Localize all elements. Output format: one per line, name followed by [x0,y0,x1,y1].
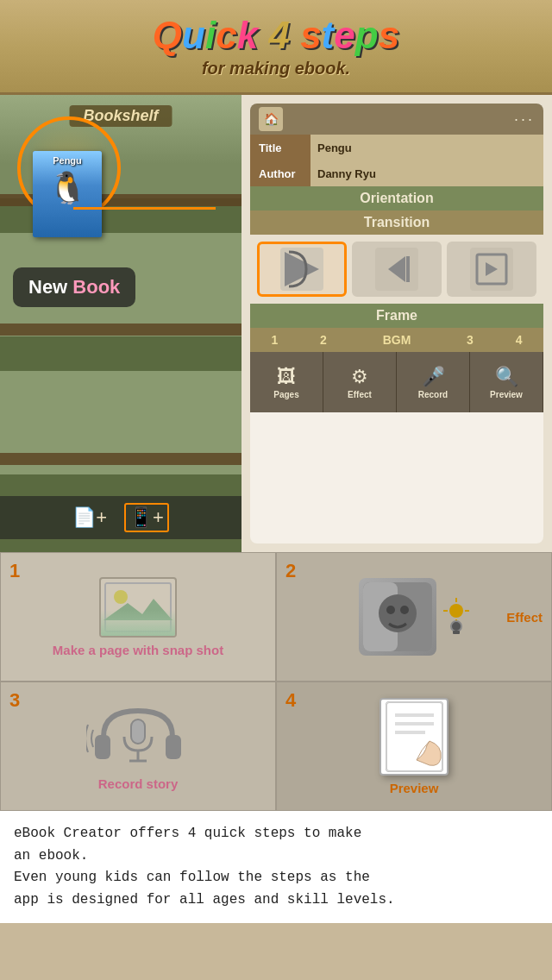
transition-option-3[interactable] [447,242,536,297]
svg-point-15 [400,606,409,614]
svg-point-21 [451,621,461,631]
bgm-row: 1 2 BGM 3 4 [250,328,543,352]
bgm-num-3: 3 [446,328,495,352]
step-3-label: Record story [98,776,179,791]
author-value: Danny Ryu [310,167,383,180]
add-page-icon: 📄+ [72,506,107,529]
pages-label: Pages [273,390,298,399]
phone-screen: 🏠 ··· Title Pengu Author Danny Ryu Orien… [250,104,543,543]
bottom-text-section: eBook Creator offers 4 quick steps to ma… [0,811,552,923]
penguin-icon: 🐧 [48,170,87,206]
bgm-label: BGM [348,328,445,352]
step-2-cell: 2 [276,552,552,682]
svg-rect-7 [104,581,172,633]
subtitle: for making ebook. [202,59,350,79]
left-phone: Bookshelf Pengu 🐧 New Book 📄+ 📱+ [0,95,242,552]
bottom-line-3: Even young kids can follow the steps as … [14,870,370,885]
record-icon: 🎤 [422,366,445,388]
record-label: Record [418,390,448,399]
home-button[interactable]: 🏠 [259,107,283,131]
transition-label: Transition [364,215,430,230]
book-word: Book [72,276,120,298]
bottom-tabs: 🖼 Pages ⚙ Effect 🎤 Record 🔍 Preview [250,352,543,412]
frame-label: Frame [376,308,417,324]
top-banner: Quick 4 steps for making ebook. [0,0,552,95]
sun-icon [443,594,469,640]
step-2-number: 2 [285,560,296,582]
tab-preview[interactable]: 🔍 Preview [470,352,543,412]
tab-pages[interactable]: 🖼 Pages [250,352,323,412]
main-title: Quick 4 steps [153,14,399,57]
step-1-icon [99,577,177,638]
bgm-num-2: 2 [299,328,348,352]
author-label: Author [250,160,310,186]
step-3-number: 3 [9,689,20,712]
title-value: Pengu [310,141,359,154]
bgm-num-1: 1 [250,328,299,352]
step-3-icon [86,702,190,771]
transition-section: Transition [250,210,543,235]
bottom-line-4: app is designed for all ages and skill l… [14,892,395,908]
tab-effect[interactable]: ⚙ Effect [323,352,397,412]
bgm-num-4: 4 [494,328,543,352]
transition-options [250,235,543,304]
book-cover: Pengu 🐧 [33,151,102,237]
effect-side-label: Effect [506,610,543,625]
step-4-label: Preview [390,781,439,795]
svg-rect-23 [95,735,110,759]
new-word: New [28,276,72,298]
transition-option-2[interactable] [352,242,442,297]
svg-rect-25 [131,719,145,744]
step-1-number: 1 [9,560,20,582]
step-3-cell: 3 Record story [0,682,276,811]
effect-label: Effect [348,390,372,399]
title-label: Title [250,135,310,160]
svg-point-9 [114,590,128,604]
transition-option-1[interactable] [257,242,347,297]
orientation-label: Orientation [360,191,433,206]
bottom-line-2: an ebook. [14,848,88,864]
preview-label: Preview [490,390,523,399]
dots-menu[interactable]: ··· [514,110,535,129]
step-1-label: Make a page with snap shot [53,643,223,657]
step-2-content [359,578,469,656]
orientation-section: Orientation [250,186,543,210]
step-4-number: 4 [285,689,296,712]
step-4-cell: 4 Preview [276,682,552,811]
tab-record[interactable]: 🎤 Record [397,352,470,412]
author-row: Author Danny Ryu [250,160,543,186]
effect-icon: ⚙ [351,366,368,388]
frame-section: Frame [250,304,543,328]
book-title: Pengu [53,155,82,166]
title-row: Title Pengu [250,135,543,160]
svg-point-14 [386,606,395,614]
pages-icon: 🖼 [277,366,296,388]
bottom-description: eBook Creator offers 4 quick steps to ma… [14,823,538,911]
screen-header: 🏠 ··· [250,104,543,135]
svg-rect-24 [166,735,181,759]
new-book-badge: New Book [13,267,135,307]
step-4-icon [380,698,448,776]
svg-point-16 [449,604,463,618]
preview-icon: 🔍 [495,366,518,388]
step-1-cell: 1 Make a page with snap shot [0,552,276,682]
step-2-icon [359,578,436,656]
steps-section: 1 Make a page with snap shot 2 [0,552,552,811]
right-phone: 🏠 ··· Title Pengu Author Danny Ryu Orien… [242,95,552,552]
left-phone-toolbar: 📄+ 📱+ [0,496,242,539]
connector-line [73,207,216,210]
svg-rect-22 [453,631,460,634]
bottom-line-1: eBook Creator offers 4 quick steps to ma… [14,826,361,841]
add-screen-icon: 📱+ [124,503,169,532]
phones-area: Bookshelf Pengu 🐧 New Book 📄+ 📱+ 🏠 ··· [0,95,552,552]
